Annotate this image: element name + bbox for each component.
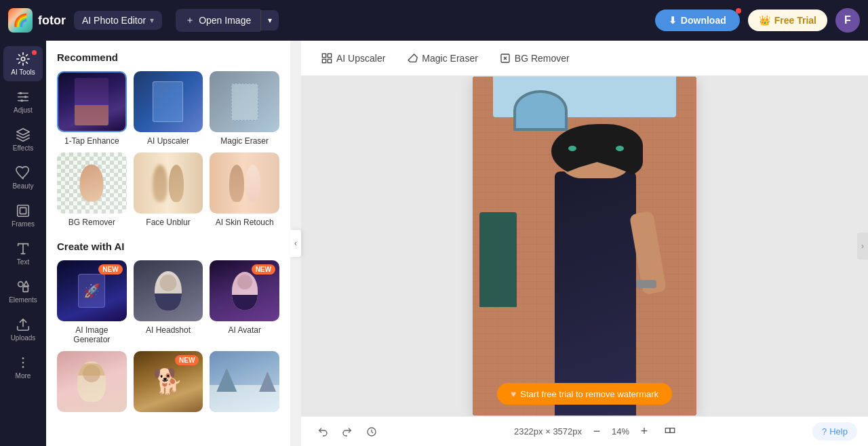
- free-trial-label: Free Trial: [774, 15, 816, 26]
- toolbar-tool-bgremover[interactable]: BG Remover: [490, 49, 579, 68]
- toolbar-tool-upscaler[interactable]: AI Upscaler: [312, 49, 395, 68]
- watermark-bar[interactable]: ♥ Start free trial to remove watermark: [497, 383, 672, 405]
- avatar[interactable]: F: [835, 8, 860, 33]
- tool-card-bgremover[interactable]: BG Remover: [57, 153, 127, 227]
- more-label: More: [16, 372, 31, 380]
- uploads-icon: [16, 317, 31, 332]
- tool-card-pet[interactable]: 🐕 NEW: [134, 351, 203, 416]
- logo-icon: 🌈: [8, 8, 33, 33]
- canvas-controls-left: [312, 421, 382, 443]
- image-size-label: 2322px × 3572px: [514, 426, 582, 437]
- zoom-in-button[interactable]: +: [635, 422, 654, 441]
- watermark-text: Start free trial to remove watermark: [520, 389, 658, 399]
- tool-card-upscaler[interactable]: AI Upscaler: [134, 71, 203, 146]
- panel-collapse-button[interactable]: ‹: [290, 230, 301, 257]
- zoom-out-button[interactable]: −: [587, 422, 606, 441]
- text-label: Text: [17, 258, 29, 266]
- undo-icon: [317, 426, 328, 437]
- eraser-toolbar-icon: [407, 53, 418, 64]
- sidebar-item-effects[interactable]: Effects: [3, 122, 43, 157]
- svg-rect-18: [670, 428, 675, 433]
- tool-avatar-label: AI Avatar: [228, 325, 260, 335]
- svg-rect-14: [328, 59, 331, 62]
- tool-card-img-skinretouch: [210, 153, 279, 214]
- svg-rect-11: [322, 54, 326, 57]
- history-button[interactable]: [361, 421, 382, 443]
- effects-label: Effects: [13, 144, 33, 152]
- tool-1tap-label: 1-Tap Enhance: [64, 136, 119, 146]
- create-tools-grid: 🚀 NEW AI Image Generator AI Headshot: [57, 260, 279, 416]
- plus-icon: ＋: [185, 14, 195, 26]
- help-button[interactable]: ? Help: [812, 422, 857, 441]
- topbar: 🌈 fotor AI Photo Editor ▾ ＋ Open Image ▾…: [0, 0, 868, 41]
- open-image-button-group: ＋ Open Image ▾: [176, 9, 279, 32]
- tool-card-1tap[interactable]: 1-Tap Enhance: [57, 71, 127, 146]
- svg-point-9: [22, 362, 24, 364]
- sidebar-item-uploads[interactable]: Uploads: [3, 312, 43, 347]
- tools-panel: Recommend 1-Tap Enhance: [46, 41, 290, 446]
- upscaler-toolbar-icon: [321, 53, 332, 64]
- tool-card-faceunblur[interactable]: Face Unblur: [134, 153, 203, 227]
- avatar-badge: NEW: [252, 264, 275, 275]
- sidebar-item-text[interactable]: Text: [3, 236, 43, 271]
- sidebar-item-frames[interactable]: Frames: [3, 198, 43, 233]
- tool-card-img-bgremover: [57, 153, 127, 214]
- canvas-image: ♥ Start free trial to remove watermark: [473, 77, 696, 415]
- sidebar-item-more[interactable]: More: [3, 350, 43, 385]
- imagegen-badge: NEW: [98, 264, 122, 275]
- beauty-label: Beauty: [12, 182, 33, 190]
- tool-bgremover-label: BG Remover: [68, 218, 115, 227]
- right-panel-collapse-button[interactable]: ›: [857, 232, 868, 260]
- tool-card-eraser[interactable]: Magic Eraser: [210, 71, 279, 146]
- recommend-section-title: Recommend: [57, 52, 279, 63]
- sidebar-item-elements[interactable]: Elements: [3, 274, 43, 309]
- collapse-left-icon: ‹: [294, 239, 297, 248]
- adjust-icon: [16, 89, 31, 104]
- free-trial-button[interactable]: 👑 Free Trial: [748, 9, 827, 31]
- canvas-toolbar: AI Upscaler Magic Eraser BG Remover: [301, 41, 868, 76]
- sidebar-item-ai-tools[interactable]: AI Tools: [3, 46, 43, 81]
- avatar-letter: F: [844, 14, 851, 26]
- frames-label: Frames: [12, 220, 35, 228]
- redo-button[interactable]: [336, 421, 358, 443]
- logo-text: fotor: [38, 14, 66, 28]
- svg-rect-4: [18, 205, 29, 217]
- sidebar-item-adjust[interactable]: Adjust: [3, 84, 43, 119]
- app-selector[interactable]: AI Photo Editor ▾: [74, 11, 162, 30]
- tool-card-img-imagegen: 🚀 NEW: [57, 260, 127, 321]
- pet-badge: NEW: [175, 355, 199, 365]
- tool-card-headshot[interactable]: AI Headshot: [134, 260, 203, 344]
- svg-point-2: [24, 96, 27, 98]
- toolbar-tool-eraser[interactable]: Magic Eraser: [397, 49, 487, 68]
- tool-card-landscape[interactable]: [210, 351, 279, 416]
- tool-card-skinretouch[interactable]: AI Skin Retouch: [210, 153, 279, 227]
- logo: 🌈 fotor: [8, 8, 66, 33]
- sidebar-item-beauty[interactable]: Beauty: [3, 160, 43, 195]
- tool-card-img-faceunblur: [134, 153, 203, 214]
- tool-card-avatar[interactable]: NEW AI Avatar: [210, 260, 279, 344]
- bgremover-toolbar-icon: [500, 53, 511, 64]
- ai-tools-label: AI Tools: [11, 68, 35, 76]
- zoom-controls: 2322px × 3572px − 14% +: [514, 422, 681, 441]
- tool-card-face1[interactable]: [57, 351, 127, 416]
- text-icon: [16, 241, 31, 256]
- svg-point-3: [20, 100, 23, 102]
- undo-button[interactable]: [312, 421, 334, 443]
- tool-card-img-pet: 🐕 NEW: [134, 351, 203, 412]
- open-image-dropdown-button[interactable]: ▾: [260, 10, 279, 31]
- tool-eraser-label: Magic Eraser: [220, 136, 269, 146]
- elements-icon: [16, 279, 31, 294]
- download-button[interactable]: ⬇ Download: [655, 9, 740, 31]
- svg-point-0: [21, 57, 25, 61]
- svg-rect-7: [23, 287, 28, 291]
- fit-view-button[interactable]: [659, 422, 681, 441]
- expand-right-icon: ›: [861, 241, 864, 251]
- tool-card-imagegen[interactable]: 🚀 NEW AI Image Generator: [57, 260, 127, 344]
- notification-dot: [736, 8, 741, 14]
- toolbar-upscaler-label: AI Upscaler: [336, 53, 385, 64]
- open-image-main-button[interactable]: ＋ Open Image: [176, 9, 260, 32]
- chevron-down-icon: ▾: [150, 16, 154, 25]
- create-section-title: Create with AI: [57, 241, 279, 252]
- tool-card-img-avatar: NEW: [210, 260, 279, 321]
- tool-card-img-face1: [57, 351, 127, 412]
